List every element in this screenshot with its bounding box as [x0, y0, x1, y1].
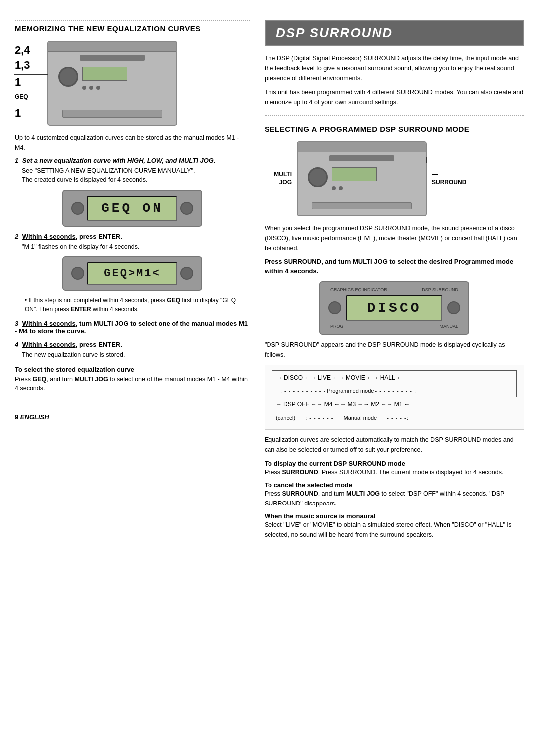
step2-body: "M 1" flashes on the display for 4 secon… — [22, 242, 250, 252]
surround-label: — SURROUND — [432, 171, 466, 186]
step2-title-under: Within 4 seconds — [22, 233, 76, 240]
intro-text: Up to 4 customized equalization curves c… — [15, 133, 250, 153]
cycle-movie: MOVIE — [346, 373, 365, 384]
to-select-title: To select the stored equalization curve — [15, 366, 250, 373]
press-desc: Press SURROUND, and turn MULTI JOG to se… — [265, 257, 524, 276]
cancel-label: (cancel) — [276, 413, 295, 423]
dsp-appears: "DSP SURROUND" appears and the DSP SURRO… — [265, 340, 524, 360]
step3-number: 3 — [15, 320, 18, 327]
sub1-title: To display the current DSP SURROUND mode — [265, 460, 524, 467]
surround-diagram: MULTI JOG — SURROUND — [265, 141, 524, 216]
sub3: When the music source is monaural Select… — [265, 512, 524, 540]
step1-number: 1 — [15, 157, 18, 164]
sub2-body: Press SURROUND, and turn MULTI JOG to se… — [265, 489, 524, 508]
step-2: 2 Within 4 seconds, press ENTER. "M 1" f… — [15, 233, 250, 314]
step4-number: 4 — [15, 341, 18, 348]
to-select-section: To select the stored equalization curve … — [15, 366, 250, 394]
cycle-arrow-start: → — [276, 373, 282, 384]
step4-body: The new equalization curve is stored. — [22, 350, 250, 360]
step2-title-rest: , press ENTER. — [76, 233, 122, 240]
lcd-disco: GRAPHICS EQ INDICATORDSP SURROUND DISCO … — [265, 281, 524, 335]
sub3-body: Select "LIVE" or "MOVIE" to obtain a sim… — [265, 520, 524, 540]
right-column: DSP SURROUND The DSP (Digital Signal Pro… — [265, 20, 524, 736]
step3-title-under: Within 4 seconds — [22, 320, 76, 327]
lcd-geq-on: GEQ ON — [15, 190, 250, 227]
cycle-disco: DISCO — [284, 373, 303, 384]
label-1b: 1 — [15, 108, 42, 119]
manual-mode-label: Manual mode — [344, 413, 377, 423]
multi-jog-label: MULTI JOG — [274, 171, 292, 186]
label-geq: GEQ — [15, 94, 42, 100]
eq-auto: Equalization curves are selected automat… — [265, 435, 524, 455]
step1-body: See "SETTING A NEW EQUALIZATION CURVE MA… — [22, 166, 250, 176]
step1-title: Set a new equalization curve with HIGH, … — [22, 157, 216, 164]
sub1: To display the current DSP SURROUND mode… — [265, 460, 524, 477]
step4-title-rest: , press ENTER. — [76, 341, 122, 348]
unit-diagram-surround — [297, 141, 427, 216]
left-section-title: MEMORIZING THE NEW EQUALIZATION CURVES — [15, 20, 250, 34]
page-footer: 9 ENGLISH — [15, 413, 250, 421]
divider — [265, 115, 524, 116]
step2-number: 2 — [15, 233, 18, 240]
page-number: 9 — [15, 413, 18, 421]
step4-title-under: Within 4 seconds — [22, 341, 76, 348]
programmed-mode-label: Programmed mode — [327, 386, 374, 396]
step1-body2: The created curve is displayed for 4 sec… — [22, 175, 250, 185]
dsp-intro2: This unit has been programmed with 4 dif… — [265, 87, 524, 107]
step-1: 1 Set a new equalization curve with HIGH… — [15, 157, 250, 227]
cycle-hall: HALL — [380, 373, 395, 384]
dsp-title: DSP SURROUND — [265, 20, 524, 46]
step-3: 3 Within 4 seconds, turn MULTI JOG to se… — [15, 320, 250, 335]
sub2: To cancel the selected mode Press SURROU… — [265, 481, 524, 508]
to-select-body: Press GEQ, and turn MULTI JOG to select … — [15, 375, 250, 394]
sub2-title: To cancel the selected mode — [265, 481, 524, 489]
step2-note: • If this step is not completed within 4… — [25, 296, 250, 314]
right-section-title: SELECTING A PROGRAMMED DSP SURROUND MODE — [265, 124, 524, 134]
lcd-geq-m1: GEQ>M1< — [15, 256, 250, 291]
dsp-intro1: The DSP (Digital Signal Processor) SURRO… — [265, 53, 524, 83]
footer-lang: ENGLISH — [20, 413, 49, 421]
unit-diagram-top — [47, 41, 177, 126]
cycle-dspoff: DSP OFF — [283, 399, 309, 410]
sub3-title: When the music source is monaural — [265, 512, 524, 520]
cycle-diagram: → DISCO ←→ LIVE ←→ MOVIE ←→ HALL ← : - -… — [265, 365, 524, 430]
cycle-live: LIVE — [318, 373, 331, 384]
left-column: MEMORIZING THE NEW EQUALIZATION CURVES 2… — [15, 20, 250, 736]
sub1-body: Press SURROUND. Press SURROUND. The curr… — [265, 467, 524, 477]
select-desc: When you select the programmed DSP SURRO… — [265, 223, 524, 253]
step-4: 4 Within 4 seconds, press ENTER. The new… — [15, 341, 250, 360]
